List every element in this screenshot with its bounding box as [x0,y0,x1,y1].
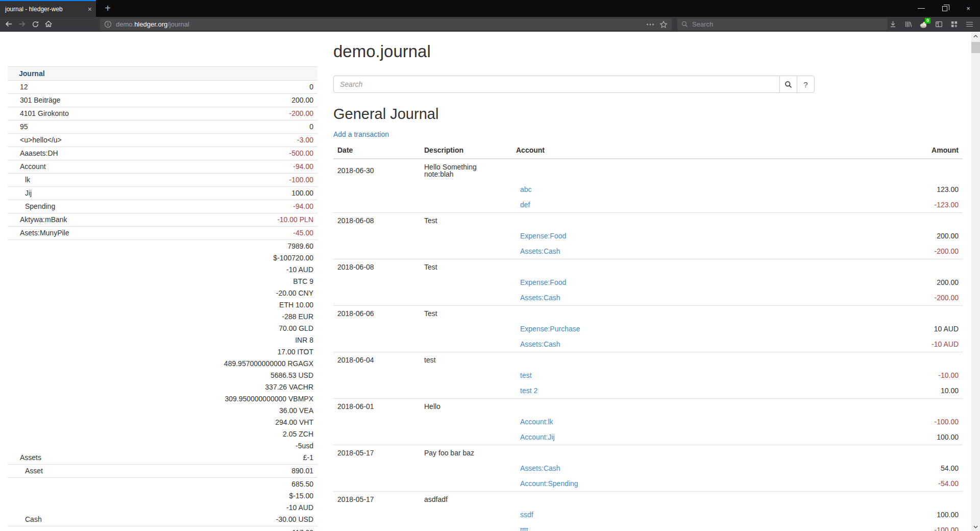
forward-button[interactable] [15,18,29,30]
sidebar-balance-cell: 0 [132,120,317,134]
sidebar-account-link[interactable]: Asset [25,467,43,475]
sidebar-account-link[interactable]: Jij [25,189,32,197]
sidebar-account-cell: 95 [8,120,132,134]
empty-cell [512,352,855,368]
sidebar-account-link[interactable]: 301 Beiträge [20,96,60,104]
posting-account-link[interactable]: Account:lk [520,418,553,426]
sidebar-account-row: Account-94.00 [8,160,317,174]
balance-amount: 2.05 ZCH [136,428,313,440]
page-scrollbar[interactable] [971,32,980,531]
posting-amount: -100.00 [855,414,963,429]
tab-close-icon[interactable]: × [88,5,92,13]
sidebar-account-link[interactable]: 12 [20,83,28,91]
posting-account-link[interactable]: Expense:Purchase [520,325,580,333]
window-close-button[interactable]: × [957,0,980,17]
sidebar-account-link[interactable]: 95 [20,123,28,131]
posting-account-link[interactable]: test [520,371,532,379]
transaction-title-row[interactable]: 2018-06-08Test [333,259,963,275]
balance-amount: 36.00 VEA [136,405,313,417]
sidebar-account-link[interactable]: <u>hello</u> [20,136,62,144]
sidebar-account-link[interactable]: 4101 Girokonto [20,109,69,117]
sidebar-account-cell: Spending [8,200,132,213]
home-button[interactable] [42,18,55,30]
sidebar-account-link[interactable]: Aktywa:mBank [20,215,67,224]
sidebars-button[interactable] [931,18,946,31]
posting-account-link[interactable]: Assets:Cash [520,294,560,302]
empty-cell [512,492,855,508]
window-restore-button[interactable] [933,0,957,17]
register-header-row: Date Description Account Amount [333,142,963,159]
window-minimize-button[interactable] [910,0,933,17]
sidebar-account-row: Aaasets:DH-500.00 [8,147,317,160]
transaction-title-row[interactable]: 2018-06-08Test [333,213,963,229]
transaction-date: 2018-06-06 [333,306,420,322]
scroll-down-arrow[interactable] [971,522,980,531]
posting-account-cell: test [512,368,855,383]
scrollbar-thumb[interactable] [971,42,980,53]
scroll-up-arrow[interactable] [971,32,980,40]
sidebar-account-link[interactable]: Asets:MunyPile [20,229,69,237]
transaction-title-row[interactable]: 2018-06-01Hello [333,399,963,415]
journal-search-input[interactable] [333,76,780,93]
extensions-grid-button[interactable] [946,18,962,31]
transaction-title-row[interactable]: 2018-05-17asdfadf [333,492,963,508]
sidebar-account-link[interactable]: Aaasets:DH [20,149,58,157]
downloads-button[interactable] [885,18,900,31]
sidebar-account-link[interactable]: lk [25,176,30,184]
sidebar-account-cell: Cash [8,478,132,526]
transaction-title-row[interactable]: 2018-06-30Hello Something note:blah [333,159,963,182]
sidebar-account-link[interactable]: Cash [25,515,42,523]
posting-account-link[interactable]: abc [520,185,532,194]
posting-account-link[interactable]: def [520,201,530,209]
url-bar[interactable]: demo.hledger.org/journal [100,18,672,30]
back-button[interactable] [2,18,15,30]
search-help-button[interactable]: ? [797,76,815,93]
empty-cell [333,182,420,197]
transaction-title-row[interactable]: 2018-05-17Pay foo bar baz [333,445,963,461]
transaction-title-row[interactable]: 2018-06-06Test [333,306,963,322]
posting-account-link[interactable]: ssdf [520,511,533,519]
sidebar-balance-cell: 7989.60$-100720.00-10 AUDBTC 9-20.00 CNY… [132,240,317,465]
empty-cell [333,461,420,476]
balance-amount: 890.01 [136,465,313,477]
library-button[interactable] [900,18,916,31]
balance-amount: -30.00 USD [136,514,313,525]
posting-amount: -100.00 [855,522,963,531]
journal-register-table: Date Description Account Amount 2018-06-… [333,142,963,531]
browser-tab[interactable]: journal - hledger-web × [0,0,96,17]
menu-button[interactable] [962,18,977,31]
page-actions-icon[interactable] [646,23,654,26]
add-transaction-link[interactable]: Add a transaction [333,130,389,138]
empty-cell [333,244,420,259]
posting-account-link[interactable]: Assets:Cash [520,464,560,472]
posting-account-link[interactable]: test 2 [520,387,537,395]
sidebar-account-row: <u>hello</u>-3.00 [8,134,317,147]
browser-search-bar[interactable]: Search [677,18,888,30]
forward-icon [18,20,26,28]
empty-cell [855,259,963,275]
transaction-title-row[interactable]: 2018-06-04test [333,352,963,368]
posting-account-link[interactable]: Account:Spending [520,479,578,488]
sidebar-account-link[interactable]: Spending [25,202,55,210]
reload-button[interactable] [29,18,42,30]
sidebar-journal-link[interactable]: Journal [8,67,317,81]
posting-row: Assets:Cash-10 AUD [333,336,963,352]
posting-account-link[interactable]: Expense:Food [520,278,566,286]
journal-link[interactable]: Journal [19,69,45,78]
posting-account-link[interactable]: tttt [520,526,528,531]
column-header-amount: Amount [855,142,963,159]
balance-amount: -45.00 [136,227,313,239]
posting-account-link[interactable]: Assets:Cash [520,247,560,255]
sidebar-account-link[interactable]: Account [20,162,46,171]
extension-button[interactable]: 0 [916,18,931,31]
posting-account-cell: Expense:Food [512,275,855,290]
balance-amount: -200.00 [136,108,313,119]
sidebar-account-link[interactable]: Assets [20,453,41,462]
new-tab-button[interactable]: + [100,0,115,17]
posting-account-link[interactable]: Expense:Food [520,232,566,240]
posting-account-link[interactable]: Assets:Cash [520,340,560,348]
magnifier-icon [785,81,792,88]
bookmark-star-icon[interactable] [659,20,668,29]
journal-search-button[interactable] [779,76,797,93]
posting-account-link[interactable]: Account:Jij [520,433,555,441]
